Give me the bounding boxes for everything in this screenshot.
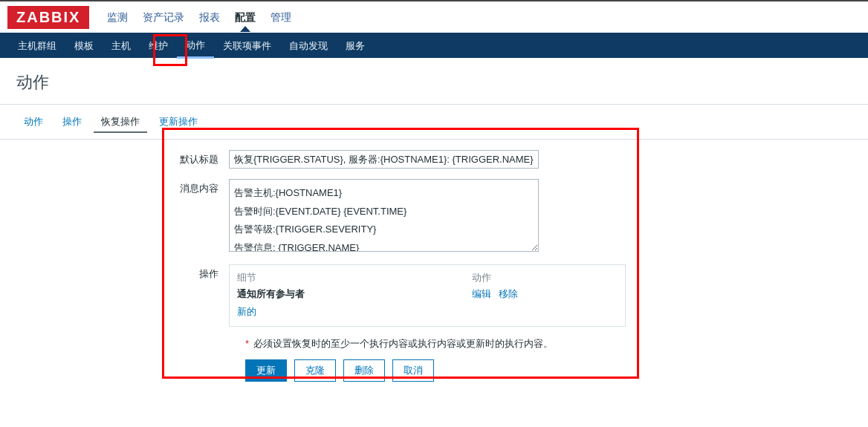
tab-operations[interactable]: 操作 bbox=[55, 112, 89, 133]
topnav-reports[interactable]: 报表 bbox=[192, 4, 227, 30]
required-note-text: 必须设置恢复时的至少一个执行内容或执行内容或更新时的执行内容。 bbox=[253, 338, 553, 349]
subnav-maintenance[interactable]: 维护 bbox=[140, 33, 177, 57]
ops-edit-link[interactable]: 编辑 bbox=[472, 288, 491, 299]
sub-nav: 主机群组 模板 主机 维护 动作 关联项事件 自动发现 服务 bbox=[0, 33, 868, 58]
ops-new-link[interactable]: 新的 bbox=[237, 305, 256, 319]
subnav-services[interactable]: 服务 bbox=[337, 33, 374, 57]
topbar: ZABBIX 监测 资产记录 报表 配置 管理 bbox=[0, 1, 868, 33]
tab-update-operations[interactable]: 更新操作 bbox=[152, 112, 205, 133]
operations-label: 操作 bbox=[16, 264, 229, 327]
topnav-administration[interactable]: 管理 bbox=[263, 4, 299, 30]
required-note: * 必须设置恢复时的至少一个执行内容或执行内容或更新时的执行内容。 bbox=[245, 337, 868, 351]
table-row: 通知所有参与者 编辑 移除 bbox=[237, 287, 618, 301]
top-nav: 监测 资产记录 报表 配置 管理 bbox=[100, 4, 299, 30]
ops-row-detail: 通知所有参与者 bbox=[237, 287, 472, 301]
tab-recovery-operations[interactable]: 恢复操作 bbox=[94, 112, 147, 133]
clone-button[interactable]: 克隆 bbox=[294, 359, 336, 382]
message-label: 消息内容 bbox=[16, 179, 229, 254]
subnav-hosts[interactable]: 主机 bbox=[103, 33, 140, 57]
topnav-monitoring[interactable]: 监测 bbox=[100, 4, 135, 30]
operations-table: 细节 动作 通知所有参与者 编辑 移除 新的 bbox=[229, 264, 626, 327]
logo: ZABBIX bbox=[7, 6, 89, 29]
subnav-correlation[interactable]: 关联项事件 bbox=[214, 33, 280, 57]
ops-header-details: 细节 bbox=[237, 271, 472, 284]
form-area: 默认标题 消息内容 操作 细节 动作 通知所有参与者 bbox=[0, 150, 868, 382]
ops-remove-link[interactable]: 移除 bbox=[499, 288, 518, 299]
message-textarea[interactable] bbox=[229, 179, 539, 252]
ops-header-action: 动作 bbox=[472, 271, 491, 284]
subnav-templates[interactable]: 模板 bbox=[65, 33, 103, 57]
topnav-configuration[interactable]: 配置 bbox=[227, 4, 263, 30]
subnav-discovery[interactable]: 自动发现 bbox=[280, 33, 337, 57]
subnav-actions[interactable]: 动作 bbox=[177, 33, 214, 59]
topnav-inventory[interactable]: 资产记录 bbox=[135, 4, 192, 30]
subnav-hostgroups[interactable]: 主机群组 bbox=[9, 33, 65, 57]
page-title: 动作 bbox=[0, 58, 868, 104]
cancel-button[interactable]: 取消 bbox=[392, 359, 434, 382]
tab-action[interactable]: 动作 bbox=[16, 112, 51, 133]
button-row: 更新 克隆 删除 取消 bbox=[245, 359, 868, 382]
asterisk-icon: * bbox=[245, 338, 249, 349]
default-subject-label: 默认标题 bbox=[16, 150, 229, 169]
delete-button[interactable]: 删除 bbox=[343, 359, 385, 382]
update-button[interactable]: 更新 bbox=[245, 359, 287, 382]
default-subject-input[interactable] bbox=[229, 150, 539, 169]
tab-row: 动作 操作 恢复操作 更新操作 bbox=[0, 105, 868, 140]
